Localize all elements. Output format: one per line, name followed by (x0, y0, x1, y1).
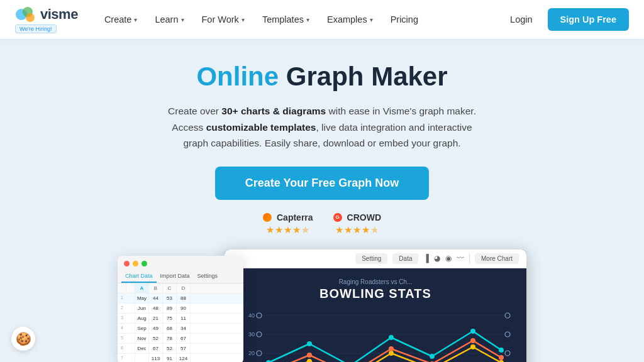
pie-chart-icon[interactable]: ◕ (434, 254, 440, 263)
chevron-icon-create: ▾ (134, 16, 137, 23)
nav-label-forwork: For Work (202, 14, 239, 25)
table-row: 4 Sep49 6834 (118, 324, 243, 334)
chart-title: BOWLING STATS (237, 287, 514, 301)
toolbar-more-chart[interactable]: More Chart (475, 253, 519, 264)
nav-label-create: Create (104, 14, 132, 25)
table-row: 5 Nov52 7867 (118, 334, 243, 344)
login-button[interactable]: Login (502, 9, 540, 30)
spreadsheet-grid: A B C D 1 May44 5388 2 Jun48 8990 3 Aug2… (118, 283, 243, 362)
capterra-logo: Capterra (263, 212, 313, 222)
g2-logo: G CROWD (333, 212, 381, 222)
toolbar-setting[interactable]: Setting (355, 253, 387, 264)
tab-import-data[interactable]: Import Data (157, 270, 194, 283)
spreadsheet-tabs: Chart Data Import Data Settings (118, 270, 243, 283)
nav-item-create[interactable]: Create ▾ (96, 9, 147, 30)
chart-subtitle: Raging Roadsters vs Ch... (237, 278, 514, 285)
ss-header-c: C (163, 283, 177, 293)
logo-area: visme We're Hiring! (15, 6, 78, 33)
window-dots (118, 256, 243, 270)
svg-text:30: 30 (248, 331, 255, 337)
hero-section: Online Graph Maker Create over 30+ chart… (0, 39, 644, 236)
nav-item-forwork[interactable]: For Work ▾ (193, 9, 253, 30)
hero-title: Online Graph Maker (13, 62, 631, 92)
preview-area: Chart Data Import Data Settings A B C D … (0, 250, 644, 362)
svg-point-23 (430, 354, 435, 359)
capterra-stars: ★★★★★ (266, 224, 310, 236)
g2-icon: G (333, 213, 342, 222)
svg-point-29 (389, 351, 394, 356)
g2-stars: ★★★★★ (335, 224, 379, 236)
ss-header-a: A (135, 283, 149, 293)
chevron-icon-forwork: ▾ (242, 16, 245, 23)
ss-header-empty2 (126, 283, 135, 293)
chart-svg-wrap: 40 30 20 10 (237, 306, 514, 362)
svg-text:40: 40 (248, 312, 255, 319)
g2-label: CROWD (347, 212, 381, 222)
ss-header-row: A B C D (118, 283, 243, 293)
chevron-icon-learn: ▾ (181, 16, 184, 23)
svg-point-36 (389, 346, 394, 351)
capterra-label: Capterra (277, 212, 313, 222)
dot-minimize (133, 261, 138, 266)
ss-header-b: B (149, 283, 163, 293)
logo-wrap[interactable]: visme (15, 6, 78, 23)
dot-maximize (142, 261, 147, 266)
table-row: 2 Jun48 8990 (118, 304, 243, 314)
spreadsheet-panel: Chart Data Import Data Settings A B C D … (118, 256, 243, 362)
tab-settings[interactable]: Settings (194, 270, 222, 283)
nav-right: Login Sign Up Free (502, 8, 629, 31)
chart-toolbar: Setting Data ▐ ◕ ◉ 〰 More Chart (225, 250, 526, 268)
svg-text:20: 20 (248, 350, 255, 356)
nav-item-examples[interactable]: Examples ▾ (318, 9, 382, 30)
ss-header-d: D (177, 283, 191, 293)
hero-bold-charts: 30+ charts & diagrams (221, 106, 326, 116)
tab-chart-data[interactable]: Chart Data (121, 270, 157, 283)
chevron-icon-examples: ▾ (370, 16, 373, 23)
ratings-row: Capterra ★★★★★ G CROWD ★★★★★ (13, 212, 631, 236)
svg-point-38 (470, 338, 475, 343)
bar-chart-icon[interactable]: ▐ (423, 254, 429, 263)
nav-label-templates: Templates (262, 14, 304, 25)
cta-button[interactable]: Create Your Free Graph Now (215, 167, 429, 200)
svg-point-27 (307, 359, 312, 362)
svg-point-24 (470, 329, 475, 334)
hero-bold-templates: customizable templates (206, 122, 316, 133)
toolbar-data[interactable]: Data (392, 253, 418, 264)
hero-description: Create over 30+ charts & diagrams with e… (158, 103, 486, 151)
nav-item-pricing[interactable]: Pricing (382, 9, 427, 30)
table-row: 6 Dec67 5257 (118, 344, 243, 354)
chart-panel: Setting Data ▐ ◕ ◉ 〰 More Chart Raging R… (225, 250, 526, 362)
visme-logo-icon (15, 6, 36, 23)
nav-label-learn: Learn (155, 14, 178, 25)
svg-point-31 (470, 344, 475, 349)
table-row: 7 113 91124 (118, 354, 243, 362)
cookie-icon: 🍪 (16, 331, 31, 346)
signup-button[interactable]: Sign Up Free (548, 8, 629, 31)
toolbar-separator (469, 253, 470, 263)
chevron-icon-templates: ▾ (306, 16, 309, 23)
navbar: visme We're Hiring! Create ▾ Learn ▾ For… (0, 0, 644, 39)
capterra-icon (263, 213, 272, 222)
hero-title-rest: Graph Maker (279, 62, 447, 91)
svg-point-22 (389, 335, 394, 340)
nav-label-pricing: Pricing (391, 14, 418, 25)
nav-links: Create ▾ Learn ▾ For Work ▾ Templates ▾ … (96, 9, 502, 30)
svg-point-39 (499, 355, 504, 360)
capterra-rating: Capterra ★★★★★ (263, 212, 313, 236)
nav-label-examples: Examples (327, 14, 367, 25)
chart-content: Raging Roadsters vs Ch... BOWLING STATS … (225, 268, 526, 362)
bowling-stats-chart: 40 30 20 10 (237, 306, 514, 362)
table-row: 3 Aug21 7511 (118, 314, 243, 324)
logo-text: visme (40, 6, 78, 23)
line-chart-icon[interactable]: 〰 (457, 254, 464, 263)
dot-close (124, 261, 130, 266)
svg-point-2 (26, 13, 35, 22)
g2-rating: G CROWD ★★★★★ (333, 212, 381, 236)
cookie-button[interactable]: 🍪 (11, 327, 35, 351)
nav-item-templates[interactable]: Templates ▾ (253, 9, 318, 30)
table-row: 1 May44 5388 (118, 293, 243, 304)
nav-item-learn[interactable]: Learn ▾ (146, 9, 192, 30)
hiring-badge: We're Hiring! (15, 25, 57, 33)
ss-header-empty1 (118, 283, 126, 293)
area-chart-icon[interactable]: ◉ (445, 254, 452, 263)
